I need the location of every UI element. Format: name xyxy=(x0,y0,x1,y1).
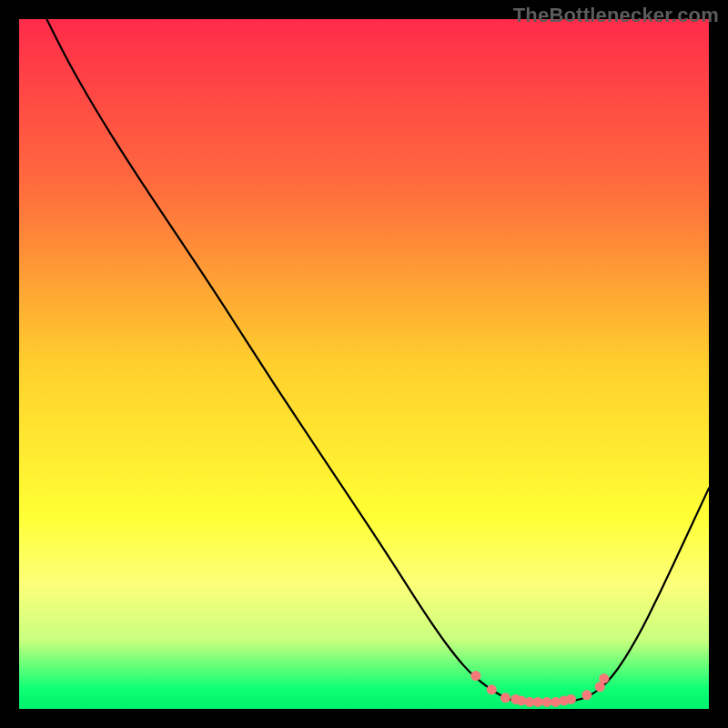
marker-dot xyxy=(487,684,497,694)
bottleneck-chart xyxy=(19,19,709,709)
gradient-background xyxy=(19,19,709,709)
marker-dot xyxy=(581,690,592,700)
marker-dot xyxy=(500,693,511,703)
chart-frame: TheBottlenecker.com xyxy=(0,0,728,728)
marker-dot xyxy=(533,697,543,707)
marker-dot xyxy=(566,694,576,704)
marker-dot xyxy=(599,673,609,683)
marker-dot xyxy=(470,671,480,681)
marker-dot xyxy=(541,697,551,707)
watermark-text: TheBottlenecker.com xyxy=(513,4,719,27)
plot-area xyxy=(19,19,709,709)
